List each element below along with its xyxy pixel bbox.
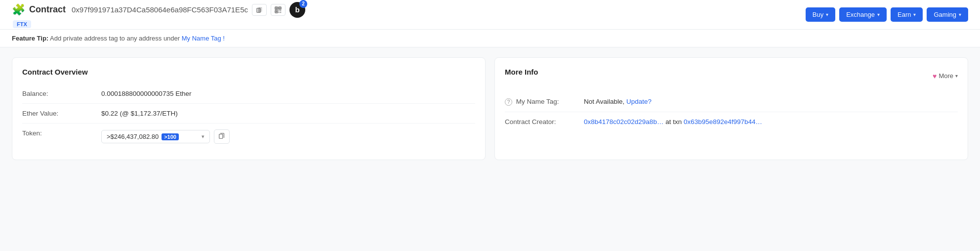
update-link[interactable]: Update? (626, 98, 652, 105)
ether-value-label: Ether Value: (22, 110, 101, 117)
top-left-inner: 🧩 Contract 0x97f991971a37D4Ca58064e6a98F… (12, 2, 305, 28)
contract-creator-row: Contract Creator: 0x8b4178c02c02d29a8b… … (505, 112, 958, 131)
creator-address-link[interactable]: 0x8b4178c02c02d29a8b… (584, 118, 663, 126)
token-label: Token: (22, 129, 101, 137)
svg-rect-9 (279, 12, 280, 13)
token-select-dropdown[interactable]: >$246,437,082.80 >100 ▾ (101, 130, 210, 143)
my-name-tag-label: ? My Name Tag: (505, 98, 584, 106)
balance-row: Balance: 0.000188800000000735 Ether (22, 84, 475, 104)
more-chevron-icon: ▾ (955, 73, 958, 79)
earn-button[interactable]: Earn ▾ (891, 7, 923, 22)
ftx-tag: FTX (13, 20, 31, 28)
contract-creator-value: 0x8b4178c02c02d29a8b… at txn 0x63b95e892… (584, 118, 958, 126)
svg-rect-10 (280, 12, 281, 13)
svg-rect-11 (219, 134, 223, 139)
top-bar: 🧩 Contract 0x97f991971a37D4Ca58064e6a98F… (0, 0, 980, 30)
more-label: More (939, 72, 953, 80)
svg-rect-7 (279, 10, 280, 11)
contract-overview-title: Contract Overview (22, 68, 475, 76)
contract-address: 0x97f991971a37D4Ca58064e6a98FC563F03A71E… (72, 5, 248, 14)
token-selector-group: >$246,437,082.80 >100 ▾ (101, 129, 475, 144)
not-available-text: Not Available, (584, 98, 626, 105)
top-left: 🧩 Contract 0x97f991971a37D4Ca58064e6a98F… (12, 2, 305, 28)
main-content: Contract Overview Balance: 0.00018880000… (0, 47, 980, 170)
my-name-tag-value: Not Available, Update? (584, 98, 958, 105)
my-name-tag-row: ? My Name Tag: Not Available, Update? (505, 92, 958, 112)
contract-overview-card: Contract Overview Balance: 0.00018880000… (12, 57, 486, 160)
token-select-chevron-icon: ▾ (202, 133, 204, 140)
more-info-card: More Info ♥ More ▾ ? My Name Tag: Not Av… (494, 57, 968, 160)
contract-icon: 🧩 (12, 3, 25, 16)
token-value: >$246,437,082.80 >100 ▾ (101, 129, 475, 144)
earn-chevron-icon: ▾ (913, 12, 916, 17)
feature-tip-bar: Feature Tip: Add private address tag to … (0, 30, 980, 47)
b-badge-count: 2 (299, 0, 307, 8)
my-name-tag-link[interactable]: My Name Tag ! (182, 35, 225, 42)
contract-creator-label: Contract Creator: (505, 118, 584, 126)
gaming-button[interactable]: Gaming ▾ (927, 7, 968, 22)
svg-rect-8 (280, 10, 281, 11)
contract-title: Contract (29, 4, 66, 15)
token-count-badge: >100 (162, 133, 179, 140)
token-row-container: Token: >$246,437,082.80 >100 ▾ (22, 124, 475, 150)
question-icon: ? (505, 98, 512, 106)
gaming-chevron-icon: ▾ (959, 12, 961, 17)
tag-row: FTX (12, 20, 305, 28)
buy-chevron-icon: ▾ (826, 12, 828, 17)
at-txn-text: at txn (665, 118, 684, 126)
token-amount: >$246,437,082.80 (107, 133, 159, 140)
token-copy-button[interactable] (214, 129, 230, 144)
feature-tip-text: Add private address tag to any address u… (50, 35, 182, 42)
ether-value-row: Ether Value: $0.22 (@ $1,172.37/ETH) (22, 104, 475, 124)
svg-rect-4 (279, 7, 281, 9)
svg-rect-6 (276, 11, 277, 12)
heart-icon: ♥ (933, 72, 937, 80)
exchange-button[interactable]: Exchange ▾ (839, 7, 887, 22)
ether-value-value: $0.22 (@ $1,172.37/ETH) (101, 110, 475, 117)
more-info-header: More Info ♥ More ▾ (505, 68, 958, 84)
b-badge-button[interactable]: b 2 (289, 2, 305, 18)
feature-tip-prefix: Feature Tip: (12, 35, 48, 42)
balance-label: Balance: (22, 90, 101, 97)
balance-value: 0.000188800000000735 Ether (101, 90, 475, 97)
buy-button[interactable]: Buy ▾ (806, 7, 835, 22)
txn-hash-link[interactable]: 0x63b95e892e4f997b44… (684, 118, 762, 126)
more-info-title: More Info (505, 68, 538, 76)
top-right: Buy ▾ Exchange ▾ Earn ▾ Gaming ▾ (806, 7, 968, 22)
copy-address-button[interactable] (252, 4, 267, 16)
svg-rect-2 (276, 7, 277, 9)
more-button[interactable]: ♥ More ▾ (933, 72, 958, 80)
exchange-chevron-icon: ▾ (877, 12, 880, 17)
contract-label-row: 🧩 Contract 0x97f991971a37D4Ca58064e6a98F… (12, 2, 305, 18)
qr-code-button[interactable] (271, 4, 286, 16)
